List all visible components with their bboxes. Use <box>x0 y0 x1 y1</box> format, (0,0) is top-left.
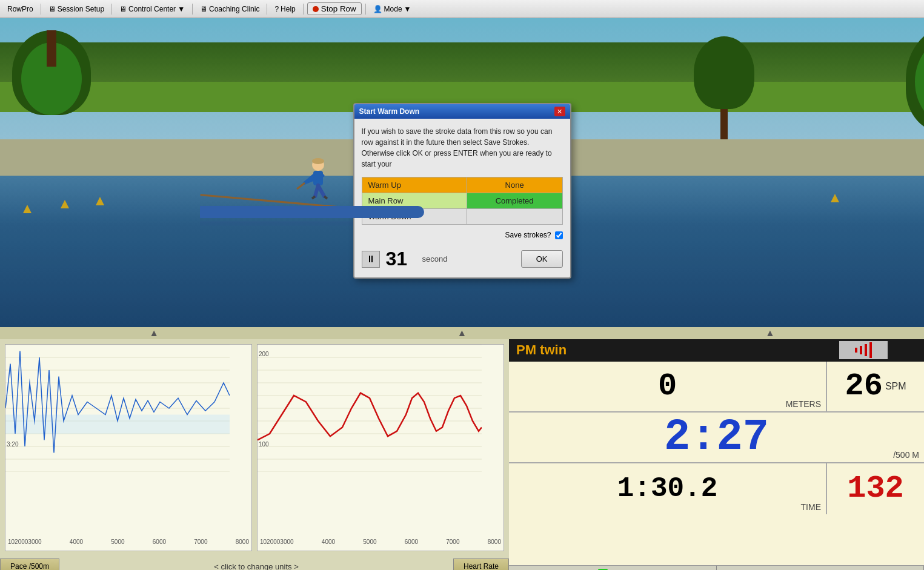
mode-arrow: ▼ <box>404 5 411 13</box>
separator-6 <box>365 4 366 15</box>
bottom-panel: 3:20 1020003000 4000 5000 6000 7000 8000… <box>0 339 924 570</box>
svg-line-9 <box>324 196 327 199</box>
coaching-icon: 🖥 <box>200 5 207 13</box>
table-row-warmup: Warm Up None <box>362 177 562 193</box>
heart-rate-chart-container: 200 100 1020003000 4000 5000 6000 7000 8… <box>257 344 504 551</box>
control-center-arrow: ▼ <box>178 5 185 13</box>
pace-chart-canvas <box>5 345 230 472</box>
separator-2 <box>111 4 112 15</box>
pm-time-cell: 1:30.2 TIME <box>509 463 827 514</box>
dialog-overlay: Start Warm Down ✕ If you wish to save th… <box>0 18 924 327</box>
menu-help[interactable]: ? Help <box>271 4 299 15</box>
pm-meters-value: 0 <box>658 368 677 404</box>
pm-heartrate-cell: 132 <box>827 463 924 514</box>
save-strokes-checkbox[interactable] <box>555 231 563 239</box>
dialog-body: If you wish to save the stroke data from… <box>354 119 570 277</box>
scroll-arrow-3[interactable]: ▲ <box>765 328 775 339</box>
warmdown-status <box>467 209 562 225</box>
charts-footer: Pace /500m < click to change units > Hea… <box>0 551 509 570</box>
help-icon: ? <box>274 5 279 13</box>
dialog-title: Start Warm Down <box>359 107 420 116</box>
charts-area: 3:20 1020003000 4000 5000 6000 7000 8000… <box>0 339 509 570</box>
menu-bar: RowPro 🖥 Session Setup 🖥 Control Center … <box>0 0 924 18</box>
pm-title: PM twin <box>516 342 567 358</box>
save-strokes-label: Save strokes? <box>505 231 551 239</box>
pm-signal-indicator <box>839 341 888 359</box>
pm-split-cell: /500m <box>717 566 925 570</box>
pause-button[interactable]: ⏸ <box>362 251 380 268</box>
counter-unit: second <box>422 254 448 263</box>
svg-line-5 <box>297 183 305 189</box>
pm-heartrate-value: 132 <box>847 471 904 506</box>
start-warm-down-dialog: Start Warm Down ✕ If you wish to save th… <box>353 103 571 279</box>
hr-y-label-200: 200 <box>259 351 269 357</box>
ok-button[interactable]: OK <box>521 250 563 268</box>
pm-row-pace: 2:27 /500 M <box>509 413 924 463</box>
separator-3 <box>192 4 193 15</box>
warmup-status: None <box>467 177 562 193</box>
save-strokes-row: Save strokes? <box>362 231 563 239</box>
signal-bar-4 <box>869 342 872 358</box>
heart-rate-button[interactable]: Heart Rate <box>453 558 509 570</box>
stop-row-button[interactable]: Stop Row <box>307 2 362 15</box>
pm-header: PM twin <box>509 339 924 362</box>
pm-grid: 0 METERS 26 SPM 2:27 /500 M 1:30.2 <box>509 362 924 565</box>
units-change-text[interactable]: < click to change units > <box>59 562 453 571</box>
separator-5 <box>303 4 304 15</box>
menu-rowpro[interactable]: RowPro <box>4 4 37 15</box>
pm-model-cell: PM3 <box>509 566 717 570</box>
control-center-icon: 🖥 <box>119 5 127 13</box>
pm-pace-value: 2:27 <box>664 413 769 462</box>
pace-y-label: 3:20 <box>7 441 18 448</box>
pm-spm-label: SPM <box>885 381 906 392</box>
pace-500m-button[interactable]: Pace /500m <box>0 558 59 570</box>
pm-time-value: 1:30.2 <box>617 473 718 505</box>
pace-chart-container: 3:20 1020003000 4000 5000 6000 7000 8000 <box>5 344 252 551</box>
signal-bar-2 <box>860 346 862 354</box>
counter-value: 31 <box>386 248 416 270</box>
pm-pace-cell: 2:27 /500 M <box>509 413 924 462</box>
pm-spm-value: 26 <box>845 368 882 404</box>
rowing-scene: Start Warm Down ✕ If you wish to save th… <box>0 18 924 327</box>
scroll-arrow-2[interactable]: ▲ <box>457 328 467 339</box>
pm-pace-unit: /500 M <box>893 450 919 460</box>
rower-svg <box>294 153 342 207</box>
pm-area: PM twin 0 METERS 26 SPM <box>509 339 924 570</box>
svg-point-1 <box>312 158 324 164</box>
dialog-bottom: ⏸ 31 second OK <box>362 245 563 270</box>
dialog-titlebar: Start Warm Down ✕ <box>354 104 570 119</box>
pm-spm-cell: 26 SPM <box>827 362 924 411</box>
dialog-close-button[interactable]: ✕ <box>554 107 565 116</box>
dialog-description: If you wish to save the stroke data from… <box>362 126 563 170</box>
menu-mode[interactable]: 👤 Mode ▼ <box>370 4 415 15</box>
pace-x-labels: 1020003000 4000 5000 6000 7000 8000 <box>5 537 251 546</box>
scroll-arrows-bar: ▲ ▲ ▲ <box>0 327 924 339</box>
warmup-label: Warm Up <box>362 177 467 193</box>
mode-icon: 👤 <box>373 5 382 13</box>
menu-control-center[interactable]: 🖥 Control Center ▼ <box>116 4 188 15</box>
pm-row-time-hr: 1:30.2 TIME 132 <box>509 463 924 514</box>
menu-coaching-clinic[interactable]: 🖥 Coaching Clinic <box>196 4 263 15</box>
mainrow-status: Completed <box>467 193 562 209</box>
signal-bar-3 <box>865 344 867 356</box>
session-setup-icon: 🖥 <box>48 5 56 13</box>
pm-row-meters-spm: 0 METERS 26 SPM <box>509 362 924 413</box>
pm-meters-cell: 0 METERS <box>509 362 827 411</box>
signal-bar-1 <box>855 348 857 353</box>
separator-4 <box>267 4 267 15</box>
stop-dot-icon <box>313 6 319 12</box>
heart-rate-chart-canvas <box>258 345 482 472</box>
hr-x-labels: 1020003000 4000 5000 6000 7000 8000 <box>258 537 504 546</box>
separator-1 <box>41 4 41 15</box>
hr-y-label-100: 100 <box>259 441 269 448</box>
menu-session-setup[interactable]: 🖥 Session Setup <box>45 4 108 15</box>
pm-meters-label: METERS <box>786 399 821 409</box>
pm-time-label: TIME <box>801 502 821 512</box>
charts-row: 3:20 1020003000 4000 5000 6000 7000 8000… <box>0 339 509 551</box>
svg-line-8 <box>312 196 315 199</box>
pm-footer: PM3 /500m <box>509 565 924 570</box>
scroll-arrow-1[interactable]: ▲ <box>149 328 159 339</box>
svg-line-7 <box>318 185 324 196</box>
